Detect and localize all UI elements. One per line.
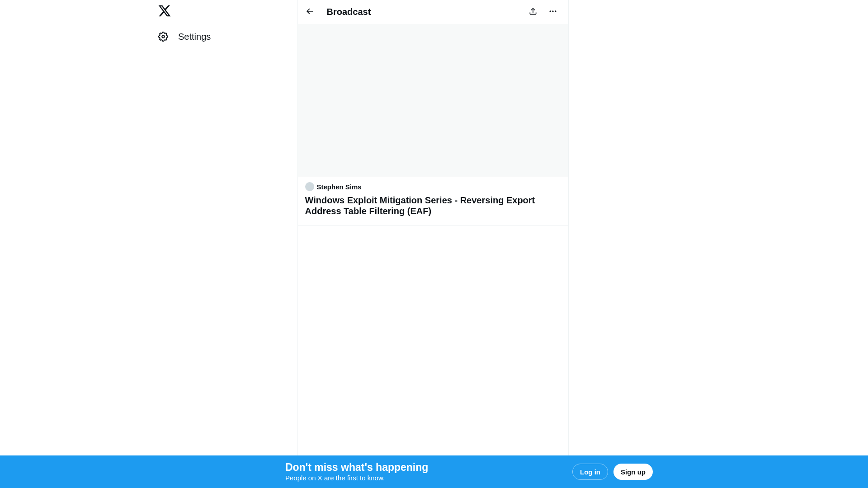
more-horizontal-icon [548, 7, 557, 18]
x-logo-icon [158, 4, 171, 19]
signup-banner: Don't miss what's happening People on X … [0, 455, 868, 488]
banner-title: Don't miss what's happening [285, 461, 572, 474]
sidebar: Settings [148, 0, 273, 488]
broadcast-title: Windows Exploit Mitigation Series - Reve… [305, 195, 561, 216]
app-container: Settings Broadcast [0, 0, 868, 488]
page-header: Broadcast [298, 0, 568, 24]
signup-button[interactable]: Sign up [613, 464, 653, 480]
gear-icon [157, 31, 169, 42]
banner-text: Don't miss what's happening People on X … [285, 461, 572, 483]
layout: Settings Broadcast [148, 0, 720, 488]
author-row[interactable]: Stephen Sims [305, 182, 561, 191]
author-name: Stephen Sims [317, 183, 362, 191]
banner-actions: Log in Sign up [572, 464, 653, 480]
login-button[interactable]: Log in [572, 464, 608, 480]
page-title: Broadcast [327, 7, 525, 17]
logo-link[interactable] [153, 0, 176, 23]
share-icon [528, 7, 538, 18]
content-area [298, 226, 568, 488]
banner-subtitle: People on X are the first to know. [285, 474, 572, 483]
share-button[interactable] [525, 4, 541, 20]
sidebar-item-settings[interactable]: Settings [152, 25, 223, 48]
more-button[interactable] [545, 4, 561, 20]
sidebar-item-label: Settings [178, 32, 211, 42]
back-button[interactable] [302, 4, 318, 20]
video-player-placeholder[interactable] [298, 24, 568, 177]
banner-content: Don't miss what's happening People on X … [208, 461, 660, 483]
avatar [305, 182, 314, 191]
broadcast-info: Stephen Sims Windows Exploit Mitigation … [298, 177, 568, 226]
main-content: Broadcast [297, 0, 569, 488]
header-actions [525, 4, 561, 20]
arrow-left-icon [305, 7, 314, 18]
